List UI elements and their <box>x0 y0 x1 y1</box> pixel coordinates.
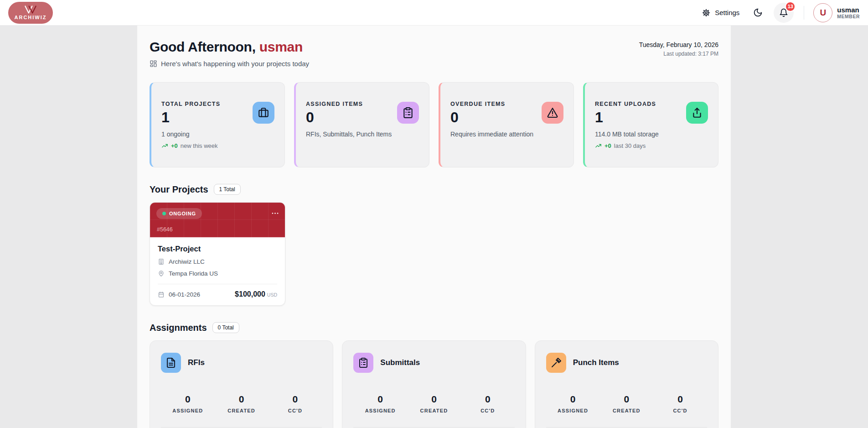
projects-title: Your Projects <box>150 184 208 195</box>
created-value: 0 <box>407 394 461 405</box>
stat-card-total-projects: TOTAL PROJECTS 1 1 ongoing +0 new this w… <box>150 82 285 167</box>
greeting-username: usman <box>259 39 303 54</box>
project-divider <box>158 284 277 284</box>
assigned-value: 0 <box>161 394 215 405</box>
logo-w-icon <box>23 5 38 14</box>
moon-icon <box>753 8 763 17</box>
project-name: Test-Project <box>158 245 277 253</box>
project-number: #5646 <box>157 226 173 233</box>
assignment-card-submittals: Submittals 0ASSIGNED 0CREATED 0CC'D Crea… <box>342 340 526 428</box>
stat-label: TOTAL PROJECTS <box>161 101 220 107</box>
upload-icon <box>686 102 708 124</box>
stat-trend: +0 new this week <box>161 142 220 149</box>
briefcase-icon <box>253 102 274 124</box>
settings-label: Settings <box>715 9 739 16</box>
status-text: ONGOING <box>169 211 196 216</box>
project-location: Tempa Florida US <box>169 270 218 277</box>
stat-value: 0 <box>450 109 533 126</box>
gear-icon <box>702 8 711 17</box>
assignments-title: Assignments <box>150 323 207 333</box>
ccd-value: 0 <box>269 394 322 405</box>
ccd-label: CC'D <box>269 408 322 413</box>
assignments-row: RFIs 0ASSIGNED 0CREATED 0CC'D Created la… <box>150 340 718 428</box>
project-location-row: Tempa Florida US <box>158 270 277 277</box>
avatar[interactable]: U <box>813 3 832 22</box>
assigned-label: ASSIGNED <box>546 408 600 413</box>
created-label: CREATED <box>215 408 269 413</box>
stat-label: ASSIGNED ITEMS <box>306 101 392 107</box>
topbar: ARCHIWIZ Settings 13 U <box>0 0 868 26</box>
stat-sub: Requires immediate attention <box>450 130 533 138</box>
stat-value: 1 <box>161 109 220 126</box>
dashboard-grid-icon <box>150 60 157 68</box>
trend-text: last 30 days <box>614 142 646 149</box>
assignment-card-rfis: RFIs 0ASSIGNED 0CREATED 0CC'D Created la… <box>150 340 333 428</box>
topbar-divider <box>804 6 804 20</box>
assigned-value: 0 <box>353 394 407 405</box>
project-footer: 06-01-2026 $100,000USD <box>158 290 277 298</box>
assignment-card-punch-items: Punch Items 0ASSIGNED 0CREATED 0CC'D Cre… <box>535 340 718 428</box>
page-subtitle: Here's what's happening with your projec… <box>150 60 309 68</box>
date-block: Tuesday, February 10, 2026 Last updated:… <box>639 39 718 57</box>
project-card-header: ONGOING #5646 <box>150 203 285 237</box>
trending-up-icon <box>595 142 602 149</box>
ellipsis-icon <box>271 209 279 218</box>
created-label: CREATED <box>407 408 461 413</box>
assignment-card-header: RFIs <box>161 353 322 373</box>
trend-value: +0 <box>171 142 178 149</box>
stat-label: OVERDUE ITEMS <box>450 101 533 107</box>
stat-value: 1 <box>595 109 659 126</box>
assignment-card-title: Punch Items <box>573 358 619 367</box>
subtitle-text: Here's what's happening with your projec… <box>161 60 309 68</box>
status-badge: ONGOING <box>156 208 202 219</box>
project-menu-button[interactable] <box>271 209 279 218</box>
ccd-value: 0 <box>653 394 707 405</box>
created-value: 0 <box>599 394 653 405</box>
dark-mode-toggle[interactable] <box>753 8 763 17</box>
ccd-label: CC'D <box>653 408 707 413</box>
map-pin-icon <box>158 270 165 277</box>
assigned-label: ASSIGNED <box>161 408 215 413</box>
created-label: CREATED <box>599 408 653 413</box>
app-logo[interactable]: ARCHIWIZ <box>8 2 53 24</box>
assigned-label: ASSIGNED <box>353 408 407 413</box>
created-value: 0 <box>215 394 269 405</box>
project-date: 06-01-2026 <box>169 291 200 298</box>
stat-value: 0 <box>306 109 392 126</box>
stat-card-overdue-items: OVERDUE ITEMS 0 Requires immediate atten… <box>439 82 574 167</box>
ccd-value: 0 <box>461 394 515 405</box>
stats-row: TOTAL PROJECTS 1 1 ongoing +0 new this w… <box>150 82 718 167</box>
user-name: usman <box>837 6 860 14</box>
hammer-icon <box>546 353 566 373</box>
calendar-icon <box>158 291 165 298</box>
assignment-card-title: Submittals <box>380 358 420 367</box>
stat-card-assigned-items: ASSIGNED ITEMS 0 RFIs, Submittals, Punch… <box>294 82 429 167</box>
projects-section-header: Your Projects 1 Total <box>150 184 718 195</box>
notifications-button[interactable]: 13 <box>774 3 794 23</box>
last-updated: Last updated: 3:17 PM <box>639 51 718 57</box>
settings-button[interactable]: Settings <box>702 8 739 17</box>
building-icon <box>158 258 165 265</box>
logo-text: ARCHIWIZ <box>15 15 47 20</box>
stat-card-recent-uploads: RECENT UPLOADS 1 114.0 MB total storage … <box>583 82 718 167</box>
assignment-card-header: Submittals <box>353 353 514 373</box>
clipboard-list-icon <box>397 102 419 124</box>
alert-triangle-icon <box>542 102 563 124</box>
current-date: Tuesday, February 10, 2026 <box>639 41 718 48</box>
user-role: MEMBER <box>837 14 860 19</box>
ccd-label: CC'D <box>461 408 515 413</box>
stat-trend: +0 last 30 days <box>595 142 659 149</box>
assignment-stats: 0ASSIGNED 0CREATED 0CC'D <box>546 394 707 413</box>
page-title: Good Afternoon, usman <box>150 39 309 55</box>
assigned-value: 0 <box>546 394 600 405</box>
project-card[interactable]: ONGOING #5646 Test-Project Archiwiz LLC <box>150 202 285 306</box>
file-text-icon <box>161 353 181 373</box>
projects-count-badge: 1 Total <box>214 184 241 195</box>
trend-value: +0 <box>604 142 611 149</box>
stat-label: RECENT UPLOADS <box>595 101 659 107</box>
status-dot <box>162 212 166 215</box>
user-menu[interactable]: usman MEMBER <box>837 6 860 19</box>
stat-sub: 114.0 MB total storage <box>595 130 659 138</box>
project-company: Archiwiz LLC <box>169 258 205 265</box>
project-date-row: 06-01-2026 <box>158 291 200 298</box>
